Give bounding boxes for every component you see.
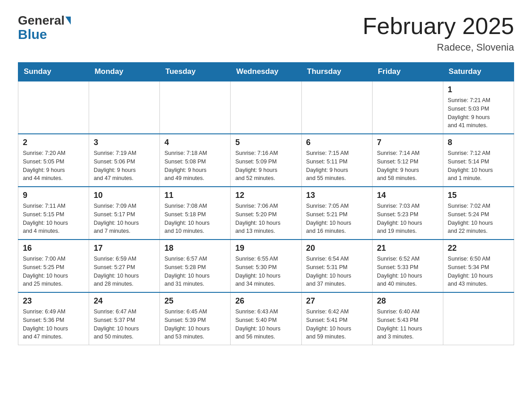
day-number: 26 (235, 296, 296, 306)
calendar-day-cell: 2Sunrise: 7:20 AM Sunset: 5:05 PM Daylig… (18, 134, 89, 187)
calendar-day-cell: 5Sunrise: 7:16 AM Sunset: 5:09 PM Daylig… (231, 134, 301, 187)
calendar-day-cell: 24Sunrise: 6:47 AM Sunset: 5:37 PM Dayli… (89, 292, 160, 345)
day-info: Sunrise: 7:14 AM Sunset: 5:12 PM Dayligh… (377, 149, 438, 183)
calendar-week-row: 16Sunrise: 7:00 AM Sunset: 5:25 PM Dayli… (18, 240, 514, 292)
calendar-day-cell: 12Sunrise: 7:06 AM Sunset: 5:20 PM Dayli… (231, 187, 301, 240)
day-info: Sunrise: 6:57 AM Sunset: 5:28 PM Dayligh… (164, 255, 226, 288)
calendar-day-cell (89, 81, 160, 134)
calendar-week-row: 9Sunrise: 7:11 AM Sunset: 5:15 PM Daylig… (18, 187, 514, 240)
calendar-day-cell (372, 81, 443, 134)
day-number: 12 (235, 191, 296, 200)
day-number: 21 (377, 244, 438, 253)
day-number: 22 (448, 244, 509, 253)
calendar-week-row: 23Sunrise: 6:49 AM Sunset: 5:36 PM Dayli… (18, 292, 514, 345)
day-number: 14 (377, 191, 438, 200)
calendar-day-cell (18, 81, 89, 134)
page-title: February 2025 (363, 13, 514, 39)
day-info: Sunrise: 7:11 AM Sunset: 5:15 PM Dayligh… (23, 202, 84, 235)
calendar-day-cell: 13Sunrise: 7:05 AM Sunset: 5:21 PM Dayli… (301, 187, 372, 240)
day-number: 3 (94, 138, 155, 147)
calendar-day-cell: 19Sunrise: 6:55 AM Sunset: 5:30 PM Dayli… (231, 240, 301, 292)
day-number: 1 (448, 85, 509, 94)
calendar-day-header: Saturday (443, 63, 514, 81)
calendar-day-cell: 21Sunrise: 6:52 AM Sunset: 5:33 PM Dayli… (372, 240, 443, 292)
day-number: 6 (306, 138, 368, 147)
title-section: February 2025 Radece, Slovenia (363, 13, 514, 53)
calendar-day-cell: 23Sunrise: 6:49 AM Sunset: 5:36 PM Dayli… (18, 292, 89, 345)
day-number: 5 (235, 138, 296, 147)
location-subtitle: Radece, Slovenia (363, 42, 514, 53)
day-info: Sunrise: 7:03 AM Sunset: 5:23 PM Dayligh… (377, 202, 438, 235)
day-info: Sunrise: 6:40 AM Sunset: 5:43 PM Dayligh… (377, 308, 438, 341)
calendar-day-cell: 26Sunrise: 6:43 AM Sunset: 5:40 PM Dayli… (231, 292, 301, 345)
day-info: Sunrise: 6:55 AM Sunset: 5:30 PM Dayligh… (235, 255, 296, 288)
calendar-week-row: 1Sunrise: 7:21 AM Sunset: 5:03 PM Daylig… (18, 81, 514, 134)
calendar-day-cell: 9Sunrise: 7:11 AM Sunset: 5:15 PM Daylig… (18, 187, 89, 240)
calendar-day-cell: 4Sunrise: 7:18 AM Sunset: 5:08 PM Daylig… (160, 134, 231, 187)
day-number: 19 (235, 244, 296, 253)
day-number: 25 (164, 296, 226, 306)
calendar-day-header: Thursday (301, 63, 372, 81)
day-info: Sunrise: 7:12 AM Sunset: 5:14 PM Dayligh… (448, 149, 509, 183)
day-number: 28 (377, 296, 438, 306)
day-info: Sunrise: 7:19 AM Sunset: 5:06 PM Dayligh… (94, 149, 155, 183)
day-info: Sunrise: 7:21 AM Sunset: 5:03 PM Dayligh… (448, 96, 509, 130)
calendar-day-cell: 7Sunrise: 7:14 AM Sunset: 5:12 PM Daylig… (372, 134, 443, 187)
day-number: 7 (377, 138, 438, 147)
day-number: 9 (23, 191, 84, 200)
calendar-day-cell: 16Sunrise: 7:00 AM Sunset: 5:25 PM Dayli… (18, 240, 89, 292)
calendar-day-cell: 10Sunrise: 7:09 AM Sunset: 5:17 PM Dayli… (89, 187, 160, 240)
day-number: 10 (94, 191, 155, 200)
day-number: 4 (164, 138, 226, 147)
day-number: 8 (448, 138, 509, 147)
day-info: Sunrise: 7:02 AM Sunset: 5:24 PM Dayligh… (448, 202, 509, 235)
calendar-day-cell (443, 292, 514, 345)
calendar-day-cell: 14Sunrise: 7:03 AM Sunset: 5:23 PM Dayli… (372, 187, 443, 240)
calendar-day-cell: 27Sunrise: 6:42 AM Sunset: 5:41 PM Dayli… (301, 292, 372, 345)
calendar-day-cell (301, 81, 372, 134)
page-header: General Blue February 2025 Radece, Slove… (18, 13, 514, 53)
day-info: Sunrise: 6:43 AM Sunset: 5:40 PM Dayligh… (235, 308, 296, 341)
calendar-day-header: Sunday (18, 63, 89, 81)
day-info: Sunrise: 6:54 AM Sunset: 5:31 PM Dayligh… (306, 255, 368, 288)
day-info: Sunrise: 7:00 AM Sunset: 5:25 PM Dayligh… (23, 255, 84, 288)
calendar-day-header: Friday (372, 63, 443, 81)
calendar-day-cell: 11Sunrise: 7:08 AM Sunset: 5:18 PM Dayli… (160, 187, 231, 240)
calendar-day-cell: 20Sunrise: 6:54 AM Sunset: 5:31 PM Dayli… (301, 240, 372, 292)
day-number: 17 (94, 244, 155, 253)
day-number: 15 (448, 191, 509, 200)
day-info: Sunrise: 6:47 AM Sunset: 5:37 PM Dayligh… (94, 308, 155, 341)
day-info: Sunrise: 7:20 AM Sunset: 5:05 PM Dayligh… (23, 149, 84, 183)
day-info: Sunrise: 7:09 AM Sunset: 5:17 PM Dayligh… (94, 202, 155, 235)
day-info: Sunrise: 6:59 AM Sunset: 5:27 PM Dayligh… (94, 255, 155, 288)
day-number: 11 (164, 191, 226, 200)
calendar-day-cell: 28Sunrise: 6:40 AM Sunset: 5:43 PM Dayli… (372, 292, 443, 345)
calendar-day-cell: 15Sunrise: 7:02 AM Sunset: 5:24 PM Dayli… (443, 187, 514, 240)
logo-general-text: General (18, 13, 64, 28)
day-number: 24 (94, 296, 155, 306)
day-number: 2 (23, 138, 84, 147)
day-info: Sunrise: 7:05 AM Sunset: 5:21 PM Dayligh… (306, 202, 368, 235)
calendar-day-cell: 6Sunrise: 7:15 AM Sunset: 5:11 PM Daylig… (301, 134, 372, 187)
day-info: Sunrise: 7:06 AM Sunset: 5:20 PM Dayligh… (235, 202, 296, 235)
day-info: Sunrise: 7:16 AM Sunset: 5:09 PM Dayligh… (235, 149, 296, 183)
day-info: Sunrise: 6:45 AM Sunset: 5:39 PM Dayligh… (164, 308, 226, 341)
day-info: Sunrise: 6:50 AM Sunset: 5:34 PM Dayligh… (448, 255, 509, 288)
calendar-table: SundayMondayTuesdayWednesdayThursdayFrid… (18, 62, 514, 345)
calendar-day-header: Monday (89, 63, 160, 81)
calendar-header-row: SundayMondayTuesdayWednesdayThursdayFrid… (18, 63, 514, 81)
calendar-day-cell: 8Sunrise: 7:12 AM Sunset: 5:14 PM Daylig… (443, 134, 514, 187)
calendar-day-header: Wednesday (231, 63, 301, 81)
day-number: 27 (306, 296, 368, 306)
day-number: 16 (23, 244, 84, 253)
day-number: 18 (164, 244, 226, 253)
day-info: Sunrise: 6:49 AM Sunset: 5:36 PM Dayligh… (23, 308, 84, 341)
day-info: Sunrise: 7:15 AM Sunset: 5:11 PM Dayligh… (306, 149, 368, 183)
calendar-day-cell: 3Sunrise: 7:19 AM Sunset: 5:06 PM Daylig… (89, 134, 160, 187)
day-number: 20 (306, 244, 368, 253)
logo: General Blue (18, 13, 72, 41)
calendar-day-cell: 17Sunrise: 6:59 AM Sunset: 5:27 PM Dayli… (89, 240, 160, 292)
day-info: Sunrise: 7:18 AM Sunset: 5:08 PM Dayligh… (164, 149, 226, 183)
calendar-day-cell: 1Sunrise: 7:21 AM Sunset: 5:03 PM Daylig… (443, 81, 514, 134)
calendar-day-cell: 25Sunrise: 6:45 AM Sunset: 5:39 PM Dayli… (160, 292, 231, 345)
